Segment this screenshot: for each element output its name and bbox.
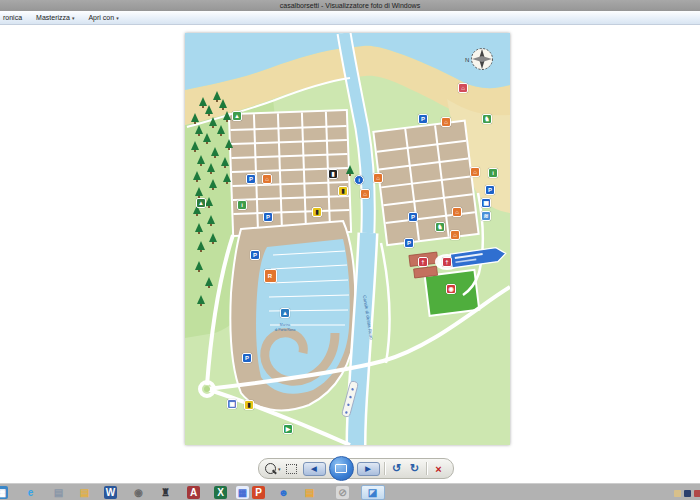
photo-map-image: N ⌂P⌂▲P⌂▲i▮i⌂⌂▮▮P⌂♞♞iP⌂P⌂P▦≋††◉▲RPP▦▮▶ C… xyxy=(185,33,510,445)
taskbar-character-app-icon[interactable]: ☻ xyxy=(277,486,290,499)
taskbar-word-icon[interactable]: W xyxy=(104,486,117,499)
poi-ferry-icon: i xyxy=(354,175,364,185)
tray-icon-2[interactable] xyxy=(684,490,691,497)
poi-lodging-icon: ⌂ xyxy=(262,174,272,184)
poi-beach-icon: ▦ xyxy=(481,198,491,208)
taskbar-photo-viewer-icon[interactable]: ◪ xyxy=(366,486,379,499)
window-title: casalborsetti - Visualizzatore foto di W… xyxy=(280,0,420,11)
poi-fuel-icon: ▮ xyxy=(312,207,322,217)
poi-info-icon: i xyxy=(488,168,498,178)
poi-bathing-icon: ≋ xyxy=(481,211,491,221)
taskbar-excel-icon[interactable]: X xyxy=(214,486,227,499)
slideshow-button[interactable] xyxy=(329,456,354,481)
window-titlebar: casalborsetti - Visualizzatore foto di W… xyxy=(0,0,700,11)
marina-label-line2: di Porto Reno xyxy=(263,328,307,333)
poi-lodging-icon: ⌂ xyxy=(450,230,460,240)
menu-bar: ronica Masterizza ▾ Apri con ▾ xyxy=(0,11,700,25)
parking-icon: P xyxy=(408,212,418,222)
poi-dog-area-icon: ♞ xyxy=(482,114,492,124)
rotate-counterclockwise-button[interactable]: ↺ xyxy=(390,461,404,477)
poi-marina-icon: ▲ xyxy=(280,308,290,318)
slideshow-icon xyxy=(335,464,347,473)
delete-button[interactable]: × xyxy=(432,461,446,477)
map-poi-layer: ⌂P⌂▲P⌂▲i▮i⌂⌂▮▮P⌂♞♞iP⌂P⌂P▦≋††◉▲RPP▦▮▶ xyxy=(185,33,510,445)
poi-camping-icon: ▲ xyxy=(196,198,206,208)
fit-to-window-icon xyxy=(286,464,297,474)
poi-lodging-icon: ⌂ xyxy=(373,173,383,183)
photo-viewer-toolbar: ▾ ◀ ▶ ↺ ↻ × xyxy=(258,458,454,479)
screen: casalborsetti - Visualizzatore foto di W… xyxy=(0,0,700,500)
tray-icon-1[interactable] xyxy=(674,490,681,497)
poi-church-icon: † xyxy=(418,257,428,267)
taskbar-file-explorer-icon[interactable]: ▤ xyxy=(52,486,65,499)
poi-park-icon: ▲ xyxy=(232,111,242,121)
poi-fuel-icon: ▮ xyxy=(338,186,348,196)
poi-fuel-icon: ▮ xyxy=(244,400,254,410)
poi-lodging-icon: ⌂ xyxy=(441,117,451,127)
tray-icon-3[interactable] xyxy=(694,490,700,497)
menu-item-masterizza[interactable]: Masterizza ▾ xyxy=(36,14,74,21)
fit-to-window-button[interactable] xyxy=(285,461,299,477)
taskbar-grid-app-icon[interactable]: ▦ xyxy=(236,486,249,499)
parking-icon: P xyxy=(418,114,428,124)
taskbar-access-icon[interactable]: A xyxy=(187,486,200,499)
poi-info-icon: i xyxy=(237,200,247,210)
menu-item-apri-con[interactable]: Apri con ▾ xyxy=(88,14,118,21)
next-button[interactable]: ▶ xyxy=(357,462,380,476)
zoom-button[interactable]: ▾ xyxy=(265,461,281,477)
taskbar: ▦e▤▤W◉♜AX▦P☻▤⊘◪ xyxy=(0,483,700,500)
poi-boat-ramp-icon: ▶ xyxy=(283,424,293,434)
poi-camping-icon: ▦ xyxy=(227,399,237,409)
taskbar-snail-app-icon[interactable]: ◉ xyxy=(132,486,145,499)
poi-lodging-icon: ⌂ xyxy=(360,189,370,199)
chevron-down-icon: ▾ xyxy=(72,15,75,21)
taskbar-internet-explorer-icon[interactable]: e xyxy=(24,486,37,499)
parking-icon: P xyxy=(250,250,260,260)
poi-sports-icon: ◉ xyxy=(446,284,456,294)
chevron-down-icon: ▾ xyxy=(116,15,119,21)
parking-icon: P xyxy=(246,174,256,184)
poi-lodging-icon: ⌂ xyxy=(452,207,462,217)
taskbar-powerpoint-icon[interactable]: P xyxy=(252,486,265,499)
taskbar-folder-shortcut-icon[interactable]: ▤ xyxy=(303,486,316,499)
previous-button[interactable]: ◀ xyxy=(303,462,326,476)
parking-icon: P xyxy=(242,353,252,363)
taskbar-robot-app-icon[interactable]: ♜ xyxy=(159,486,172,499)
toolbar-divider xyxy=(384,462,386,475)
menu-item-posta-elettronica[interactable]: ronica xyxy=(3,14,22,21)
magnifier-icon xyxy=(265,463,276,474)
poi-monument-icon: ▮ xyxy=(328,169,338,179)
parking-icon: P xyxy=(263,212,273,222)
taskbar-disabled-app-icon[interactable]: ⊘ xyxy=(336,486,349,499)
photo-viewer-canvas: N ⌂P⌂▲P⌂▲i▮i⌂⌂▮▮P⌂♞♞iP⌂P⌂P▦≋††◉▲RPP▦▮▶ C… xyxy=(0,25,700,483)
rotate-clockwise-button[interactable]: ↻ xyxy=(408,461,422,477)
poi-lodging-icon: ⌂ xyxy=(458,83,468,93)
poi-dog-area-icon: ♞ xyxy=(435,222,445,232)
taskbar-app-cutoff-icon[interactable]: ▦ xyxy=(0,486,8,499)
chevron-down-icon: ▾ xyxy=(278,466,281,472)
poi-lodging-icon: ⌂ xyxy=(470,167,480,177)
poi-restaurant-icon: R xyxy=(264,269,277,283)
parking-icon: P xyxy=(485,185,495,195)
taskbar-folders-icon[interactable]: ▤ xyxy=(78,486,91,499)
parking-icon: P xyxy=(404,238,414,248)
toolbar-divider xyxy=(426,462,428,475)
poi-church-icon: † xyxy=(442,257,452,267)
